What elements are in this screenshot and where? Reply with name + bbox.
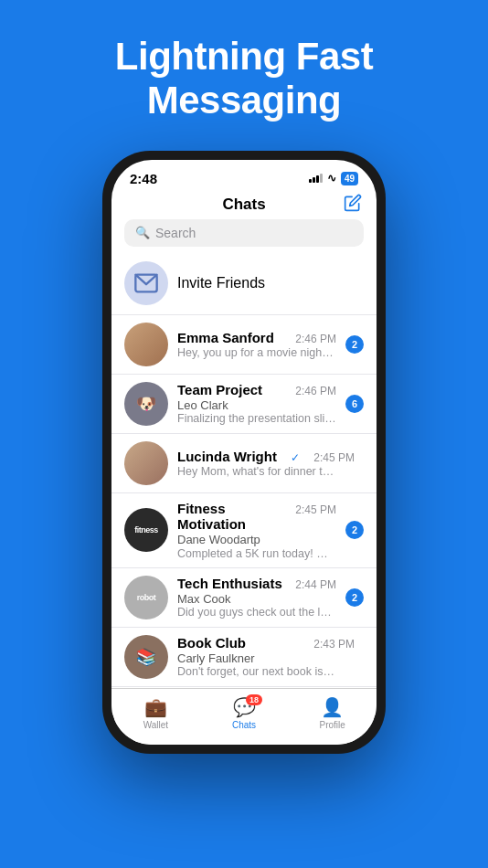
chat-content: Tech Enthusiats2:44 PMMax CookDid you gu… [177, 576, 336, 619]
tab-profile-icon: 👤 [321, 696, 344, 718]
tab-wallet-label: Wallet [143, 720, 168, 730]
chat-item[interactable]: 📚Book Club2:43 PMCarly FaulknerDon't for… [111, 628, 377, 687]
chat-content: Lucinda Wright✓2:45 PMHey Mom, what's fo… [177, 449, 355, 478]
chat-name: Emma Sanford [177, 330, 274, 345]
status-time: 2:48 [130, 171, 157, 186]
chat-preview: Hey Mom, what's for dinner tonight? [177, 465, 337, 478]
status-bar: 2:48 ∿ 49 [111, 160, 377, 190]
chat-time: 2:45 PM [295, 503, 336, 516]
chat-content: Team Project2:46 PMLeo ClarkFinalizing t… [177, 382, 336, 425]
search-placeholder: Search [155, 226, 196, 240]
unread-badge: 2 [345, 521, 364, 539]
chat-time: 2:44 PM [295, 578, 336, 591]
chat-avatar [124, 441, 168, 485]
chat-avatar: fitness [124, 508, 168, 552]
tab-chats-label: Chats [232, 720, 256, 730]
chat-name: Book Club [177, 635, 246, 651]
chat-avatar: robot [124, 576, 168, 619]
chat-preview: Did you guys check out the latest iPho..… [177, 606, 336, 619]
chat-avatar: 📚 [124, 635, 168, 679]
chat-time: 2:46 PM [295, 333, 336, 345]
chat-subname: Max Cook [177, 592, 336, 606]
chat-item[interactable]: Lucinda Wright✓2:45 PMHey Mom, what's fo… [111, 434, 377, 493]
signal-icon [309, 174, 323, 183]
chat-content: Book Club2:43 PMCarly FaulknerDon't forg… [177, 635, 355, 678]
nav-title: Chats [222, 196, 265, 214]
chat-time: 2:46 PM [295, 385, 336, 397]
search-icon: 🔍 [135, 226, 150, 239]
phone-screen: 2:48 ∿ 49 Chats [111, 160, 377, 745]
chat-content: Fitness Motivation2:45 PMDane WoodartpCo… [177, 501, 336, 560]
tab-wallet[interactable]: 💼Wallet [111, 696, 200, 730]
tab-chats[interactable]: 💬18Chats [200, 696, 289, 730]
wifi-icon: ∿ [327, 172, 336, 185]
tab-bar: 💼Wallet💬18Chats👤Profile [111, 688, 377, 745]
chat-preview: Hey, you up for a movie night this weeke… [177, 346, 336, 359]
read-checkmark: ✓ [291, 451, 300, 464]
hero-line1: Lightning Fast [115, 35, 373, 78]
tab-wallet-icon: 💼 [144, 696, 167, 718]
unread-badge: 2 [345, 335, 364, 354]
unread-badge: 6 [345, 395, 364, 413]
search-bar[interactable]: 🔍 Search [124, 219, 364, 247]
chat-name: Team Project [177, 382, 262, 397]
chat-subname: Leo Clark [177, 398, 336, 412]
status-icons: ∿ 49 [309, 172, 358, 185]
chat-item[interactable]: 🐶Team Project2:46 PMLeo ClarkFinalizing … [111, 375, 377, 434]
chat-items-container: Emma Sanford2:46 PMHey, you up for a mov… [111, 315, 377, 688]
battery-badge: 49 [341, 172, 358, 185]
hero-line2: Messaging [147, 79, 342, 122]
tab-profile[interactable]: 👤Profile [288, 696, 377, 730]
tab-profile-label: Profile [320, 720, 345, 730]
edit-button[interactable] [344, 194, 362, 216]
chat-content: Emma Sanford2:46 PMHey, you up for a mov… [177, 330, 336, 359]
chat-name: Tech Enthusiats [177, 576, 282, 591]
chat-right: 2 [345, 521, 364, 539]
chat-name: Fitness Motivation [177, 501, 295, 532]
chat-preview: Don't forget, our next book is 'The Grea… [177, 665, 337, 678]
chat-avatar: 🐶 [124, 382, 168, 426]
chat-right: 6 [345, 395, 364, 413]
invite-label: Invite Friends [177, 275, 265, 291]
chat-item[interactable]: robotTech Enthusiats2:44 PMMax CookDid y… [111, 568, 377, 628]
chat-item[interactable]: Emma Sanford2:46 PMHey, you up for a mov… [111, 315, 377, 375]
unread-badge: 2 [345, 588, 364, 607]
chat-avatar [124, 323, 168, 366]
chat-subname: Carly Faulkner [177, 651, 355, 665]
chat-item[interactable]: fitnessFitness Motivation2:45 PMDane Woo… [111, 493, 377, 568]
chat-name: Lucinda Wright [177, 449, 277, 464]
chat-preview: Completed a 5K run today! 🎉 Who's j... [177, 546, 336, 560]
tab-badge: 18 [246, 694, 262, 705]
invite-avatar [124, 261, 168, 305]
chat-right: 2 [345, 588, 364, 607]
chat-subname: Dane Woodartp [177, 533, 336, 546]
chat-time: 2:43 PM [313, 638, 355, 651]
hero-title: Lightning Fast Messaging [115, 35, 373, 123]
chat-list: Invite Friends Emma Sanford2:46 PMHey, y… [111, 252, 377, 688]
chat-preview: Finalizing the presentation slides for M… [177, 412, 336, 425]
phone-mockup: 2:48 ∿ 49 Chats [102, 151, 386, 754]
invite-friends-item[interactable]: Invite Friends [111, 252, 377, 315]
chat-right: 2 [345, 335, 364, 354]
nav-bar: Chats [111, 190, 377, 216]
chat-time: 2:45 PM [313, 451, 355, 464]
